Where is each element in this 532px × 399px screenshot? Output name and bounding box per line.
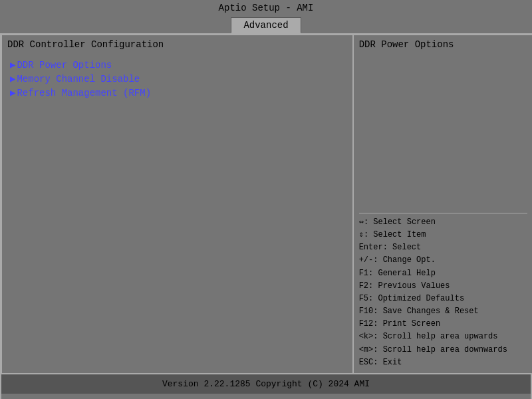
app-title: Aptio Setup - AMI (219, 3, 314, 13)
key-help-line: ⇔: Select Screen (359, 216, 527, 229)
bios-main-border: DDR Controller Configuration DDR Power O… (0, 33, 532, 399)
key-help-line: <m>: Scroll help area downwards (359, 344, 527, 356)
help-divider (359, 213, 527, 213)
key-help-line: ESC: Exit (359, 356, 527, 369)
key-help-line: F12: Print Screen (359, 318, 527, 331)
key-help-line: F5: Optimized Defaults (359, 293, 527, 305)
key-help-line: +/-: Change Opt. (359, 254, 527, 267)
key-help-line: <k>: Scroll help area upwards (359, 331, 527, 343)
footer: Version 2.22.1285 Copyright (C) 2024 AMI (1, 374, 531, 394)
key-help-line: F2: Previous Values (359, 280, 527, 293)
menu-item[interactable]: Memory Channel Disable (7, 72, 347, 86)
tab-bar: Advanced (0, 16, 532, 33)
key-help-line: ⇕: Select Item (359, 229, 527, 241)
title-bar: Aptio Setup - AMI (0, 0, 532, 16)
footer-text: Version 2.22.1285 Copyright (C) 2024 AMI (162, 379, 370, 389)
left-panel-title: DDR Controller Configuration (7, 39, 347, 50)
key-help-line: F1: General Help (359, 267, 527, 280)
key-help-line: F10: Save Changes & Reset (359, 305, 527, 318)
key-help-line: Enter: Select (359, 241, 527, 254)
main-content: DDR Controller Configuration DDR Power O… (1, 35, 532, 374)
right-panel-title: DDR Power Options (359, 39, 527, 50)
left-panel: DDR Controller Configuration DDR Power O… (2, 35, 354, 373)
tab-advanced[interactable]: Advanced (231, 17, 301, 33)
key-help: ⇔: Select Screen ⇕: Select Item Enter: S… (359, 216, 527, 369)
menu-item[interactable]: DDR Power Options (7, 58, 347, 72)
menu-item[interactable]: Refresh Management (RFM) (7, 86, 347, 100)
right-panel: DDR Power Options ⇔: Select Screen ⇕: Se… (354, 35, 532, 373)
